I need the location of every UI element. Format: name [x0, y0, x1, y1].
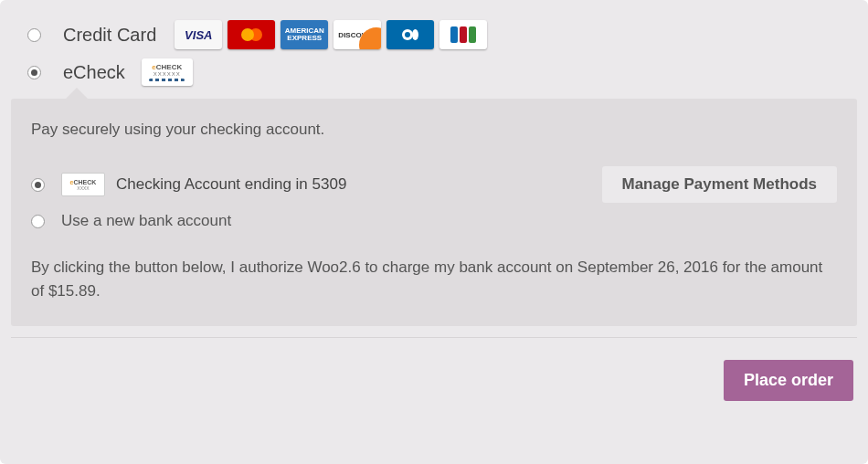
credit-card-label: Credit Card	[63, 25, 156, 46]
mastercard-icon	[228, 20, 275, 49]
footer: Place order	[11, 337, 857, 401]
diners-icon	[386, 20, 434, 49]
new-account-radio[interactable]	[31, 215, 45, 228]
authorization-text: By clicking the button below, I authoriz…	[31, 256, 837, 302]
svg-point-1	[405, 32, 410, 37]
credit-card-radio[interactable]	[27, 28, 41, 42]
echeck-method[interactable]: eCheck eCHECK XXXXXX	[0, 55, 868, 90]
manage-payment-methods-button[interactable]: Manage Payment Methods	[602, 166, 838, 203]
echeck-icon: eCHECK XXXXXX	[142, 58, 193, 86]
panel-description: Pay securely using your checking account…	[31, 121, 837, 139]
place-order-button[interactable]: Place order	[724, 360, 853, 401]
saved-account-row: eCHECK XXXX Checking Account ending in 5…	[31, 166, 837, 203]
payment-section: Credit Card VISA AMERICANEXPRESS DISCOVE…	[0, 0, 868, 464]
visa-icon: VISA	[175, 20, 222, 49]
discover-icon: DISCOVER	[333, 20, 381, 49]
new-account-row[interactable]: Use a new bank account	[31, 212, 837, 230]
saved-account-radio[interactable]	[31, 178, 45, 192]
card-badges: VISA AMERICANEXPRESS DISCOVER	[173, 18, 489, 51]
echeck-panel: Pay securely using your checking account…	[11, 99, 857, 326]
echeck-small-icon: eCHECK XXXX	[61, 173, 105, 196]
credit-card-method[interactable]: Credit Card VISA AMERICANEXPRESS DISCOVE…	[0, 15, 868, 55]
jcb-icon	[439, 20, 487, 49]
new-account-label: Use a new bank account	[61, 212, 231, 230]
amex-icon: AMERICANEXPRESS	[281, 20, 328, 49]
saved-account-label: Checking Account ending in 5309	[116, 175, 346, 194]
payment-methods: Credit Card VISA AMERICANEXPRESS DISCOVE…	[0, 0, 868, 90]
echeck-radio[interactable]	[27, 66, 41, 79]
svg-rect-2	[412, 29, 418, 40]
echeck-label: eCheck	[63, 62, 125, 83]
